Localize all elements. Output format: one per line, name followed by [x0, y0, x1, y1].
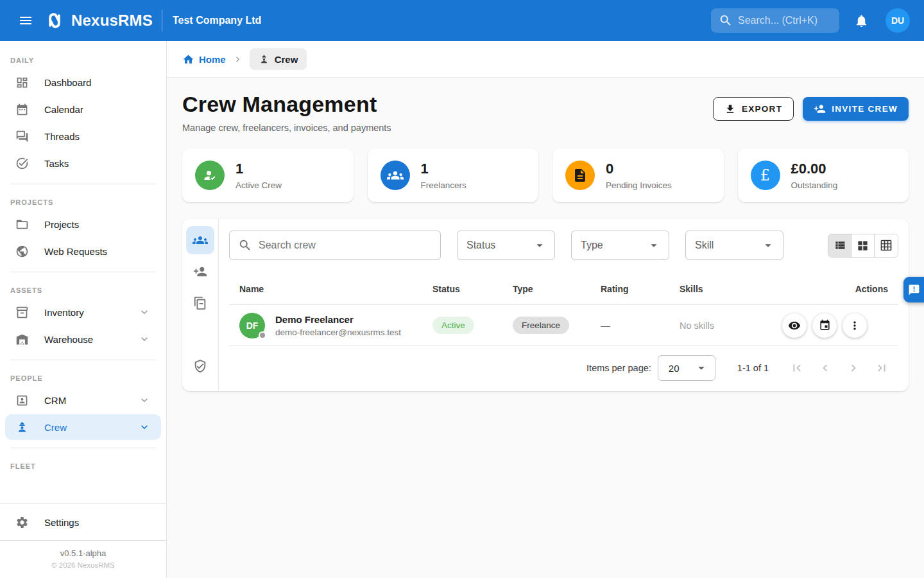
column-header-skills: Skills	[680, 284, 782, 294]
first-page-button[interactable]	[783, 354, 811, 382]
type-filter-select[interactable]: Type	[571, 231, 669, 260]
sidebar-item-label: Dashboard	[44, 77, 151, 88]
sidebar-item-label: Projects	[44, 219, 151, 230]
sidebar-item-label: CRM	[44, 395, 138, 406]
section-label-fleet: FLEET	[0, 456, 166, 474]
view-list-button[interactable]	[828, 234, 851, 257]
groups-icon	[381, 161, 410, 190]
rail-tab-compliance[interactable]	[186, 352, 214, 380]
chevron-down-icon	[138, 421, 151, 434]
section-label-assets: ASSETS	[0, 280, 166, 298]
crew-search-input[interactable]	[259, 240, 419, 251]
home-icon	[182, 53, 194, 66]
sidebar-item-calendar[interactable]: Calendar	[5, 96, 161, 122]
user-avatar[interactable]: DU	[886, 8, 910, 33]
sidebar-item-tasks[interactable]: Tasks	[5, 150, 161, 176]
brand[interactable]: NexusRMS	[44, 10, 153, 31]
page-range-label: 1-1 of 1	[737, 363, 769, 373]
filters-row: Status Type Skill	[229, 231, 898, 260]
table-row[interactable]: DF Demo Freelancer demo-freelancer@nexus…	[229, 305, 898, 346]
list-view-icon	[834, 239, 846, 252]
view-table-button[interactable]	[875, 234, 898, 257]
sidebar-item-inventory[interactable]: Inventory	[5, 299, 161, 325]
sidebar-item-web-requests[interactable]: Web Requests	[5, 238, 161, 264]
crew-table: Name Status Type Rating Skills Actions D…	[229, 273, 898, 346]
page-size-select[interactable]: 20	[658, 355, 715, 381]
chevron-right-icon	[846, 361, 860, 375]
stat-card-pending-invoices: 0 Pending Invoices	[552, 148, 724, 202]
sidebar-item-projects[interactable]: Projects	[5, 211, 161, 237]
sidebar-item-label: Tasks	[44, 158, 151, 169]
nexusrms-logo-icon	[44, 10, 65, 31]
invite-crew-button[interactable]: INVITE CREW	[803, 97, 909, 121]
stat-value: £0.00	[791, 161, 838, 177]
invite-crew-button-label: INVITE CREW	[832, 104, 898, 114]
chevron-down-icon	[138, 333, 151, 346]
crm-contact-icon	[15, 394, 29, 407]
schedule-crew-button[interactable]	[812, 313, 837, 338]
panel-icon-rail	[182, 219, 219, 391]
rail-tab-documents[interactable]	[186, 289, 214, 317]
table-view-icon	[880, 239, 893, 252]
last-page-button[interactable]	[868, 354, 896, 382]
breadcrumb-chevron-icon	[232, 54, 243, 65]
stat-label: Outstanding	[791, 180, 838, 190]
type-badge: Freelance	[513, 317, 569, 334]
status-filter-select[interactable]: Status	[457, 231, 555, 260]
global-search-input[interactable]	[738, 15, 828, 26]
sidebar-item-crm[interactable]: CRM	[5, 387, 161, 413]
event-calendar-icon	[819, 319, 831, 331]
first-page-icon	[790, 361, 804, 375]
breadcrumb: Home Crew	[167, 41, 924, 78]
eye-icon	[788, 319, 801, 332]
sidebar-item-warehouse[interactable]: Warehouse	[5, 326, 161, 352]
stat-card-active-crew: 1 Active Crew	[182, 148, 354, 202]
dropdown-arrow-icon	[533, 238, 547, 252]
sidebar-bottom: Settings v0.5.1-alpha © 2026 NexusRMS	[0, 504, 166, 578]
sidebar-item-threads[interactable]: Threads	[5, 123, 161, 149]
stat-label: Freelancers	[421, 180, 466, 190]
crew-worker-icon	[259, 54, 270, 65]
column-header-type: Type	[513, 284, 601, 294]
previous-page-button[interactable]	[811, 354, 839, 382]
next-page-button[interactable]	[839, 354, 868, 382]
status-filter-label: Status	[466, 240, 495, 251]
stat-card-outstanding: £ £0.00 Outstanding	[738, 148, 909, 202]
skill-filter-label: Skill	[695, 240, 714, 251]
sidebar-item-crew[interactable]: Crew	[5, 414, 161, 440]
stat-label: Active Crew	[235, 180, 282, 190]
hamburger-menu-button[interactable]	[13, 8, 38, 33]
breadcrumb-current-chip[interactable]: Crew	[250, 48, 307, 70]
view-grid-button[interactable]	[851, 234, 875, 257]
copyright: © 2026 NexusRMS	[0, 561, 166, 569]
table-header-row: Name Status Type Rating Skills Actions	[229, 273, 898, 305]
topbar: NexusRMS Test Company Ltd DU	[0, 0, 924, 41]
export-button-label: EXPORT	[742, 104, 782, 114]
topbar-divider	[162, 10, 162, 31]
global-search[interactable]	[711, 8, 839, 33]
sidebar-item-settings[interactable]: Settings	[5, 509, 161, 535]
notifications-button[interactable]	[848, 8, 874, 33]
rail-tab-invites[interactable]	[186, 258, 214, 286]
person-add-icon	[814, 103, 826, 115]
feedback-icon	[908, 284, 920, 296]
column-header-actions: Actions	[782, 284, 888, 294]
view-crew-button[interactable]	[782, 313, 807, 338]
sidebar-item-dashboard[interactable]: Dashboard	[5, 69, 161, 95]
feedback-button[interactable]	[903, 277, 924, 302]
more-actions-button[interactable]	[843, 313, 867, 338]
pound-icon: £	[751, 161, 780, 190]
breadcrumb-home-label: Home	[199, 54, 226, 65]
breadcrumb-home-link[interactable]: Home	[182, 53, 226, 66]
sidebar-item-label: Web Requests	[44, 246, 151, 257]
crew-search-field[interactable]	[229, 231, 441, 260]
divider	[10, 272, 156, 272]
rail-tab-crew-list[interactable]	[186, 226, 214, 254]
invoice-icon	[565, 161, 595, 190]
sidebar-item-label: Crew	[44, 422, 138, 433]
export-button[interactable]: EXPORT	[713, 97, 794, 121]
skill-filter-select[interactable]: Skill	[685, 231, 783, 260]
bell-icon	[854, 13, 869, 28]
sidebar-item-label: Calendar	[44, 104, 151, 115]
crew-email: demo-freelancer@nexusrms.test	[275, 328, 401, 337]
